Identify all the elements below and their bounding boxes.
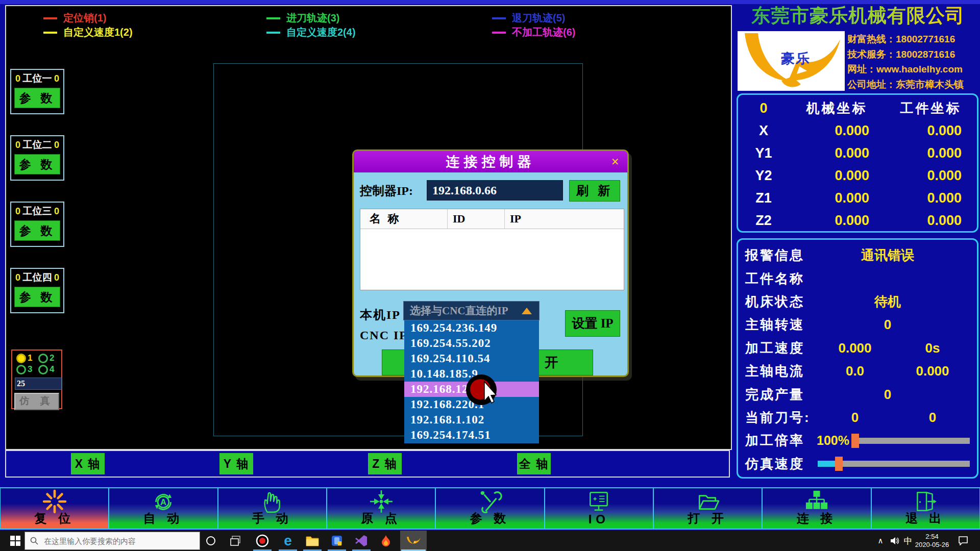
coord-row-z2: Z2 0.000 0.000 <box>738 209 977 232</box>
cnc-app-window: 定位销(1) 进刀轨迹(3) 退刀轨迹(5) 自定义速度1(2) 自定义速度2(… <box>0 0 980 551</box>
y-axis-button[interactable]: Y 轴 <box>219 453 253 474</box>
radio-dot <box>16 354 26 363</box>
radio-option-1[interactable]: 1 <box>16 353 36 363</box>
machine-state-row: 机床状态 待机 <box>738 290 977 313</box>
tray-expand-chevron-icon[interactable]: ∧ <box>874 531 887 551</box>
volume-icon[interactable] <box>888 531 902 551</box>
simulate-button[interactable]: 仿 真 <box>14 393 59 410</box>
all-axis-button[interactable]: 全 轴 <box>517 453 551 474</box>
x-axis-button[interactable]: X 轴 <box>71 453 105 474</box>
ip-option[interactable]: 169.254.55.202 <box>404 336 539 351</box>
connect-button[interactable]: 连 接 <box>762 487 871 530</box>
legend-label: 自定义速度1(2) <box>63 26 133 39</box>
exit-button[interactable]: 退 出 <box>871 487 980 530</box>
station-params-button[interactable]: 参 数 <box>14 287 60 307</box>
legend-item: 进刀轨迹(3) <box>266 11 339 25</box>
sim-speed-row: 仿真速度 <box>738 453 977 475</box>
ip-option[interactable]: 169.254.110.54 <box>404 351 539 366</box>
radio-option-2[interactable]: 2 <box>38 353 58 363</box>
close-icon[interactable]: × <box>611 154 619 170</box>
legend-swatch <box>43 17 57 19</box>
open-button[interactable]: 打 开 <box>653 487 762 530</box>
finished-count-row: 完成产量 0 <box>738 383 977 406</box>
spindle-speed-row: 主轴转速 0 <box>738 313 977 336</box>
contact-line: 财富热线：18002771616 <box>847 32 979 47</box>
notification-center-icon[interactable] <box>955 531 971 551</box>
simulation-panel: 1 2 3 4 仿 真 <box>11 349 62 409</box>
station-panel-2: 0 工位二 0 参 数 <box>10 135 64 181</box>
origin-button[interactable]: 原 点 <box>327 487 435 530</box>
radio-dot <box>38 365 48 374</box>
params-button[interactable]: 参 数 <box>435 487 544 530</box>
file-explorer-icon[interactable] <box>303 531 322 551</box>
z-axis-button[interactable]: Z 轴 <box>368 453 402 474</box>
sim-speed-slider-thumb[interactable] <box>835 457 843 471</box>
auto-icon: A <box>109 489 217 514</box>
feed-override-slider-thumb[interactable] <box>851 434 859 448</box>
station-panel-3: 0 工位三 0 参 数 <box>10 202 64 247</box>
taskbar-search[interactable] <box>24 532 200 550</box>
station-params-button[interactable]: 参 数 <box>14 154 60 174</box>
main-toolbar: 复 位 A 自 动 手 动 原 <box>0 487 980 530</box>
feed-override-value: 100% <box>817 433 851 448</box>
simulation-count-input[interactable] <box>15 378 62 390</box>
coord-row-z1: Z1 0.000 0.000 <box>738 187 977 209</box>
axis-bar: X 轴 Y 轴 Z 轴 全 轴 <box>5 450 730 478</box>
ip-option[interactable]: 169.254.174.51 <box>404 428 539 443</box>
your-phone-app-icon[interactable] <box>328 531 346 551</box>
sim-speed-filled-track <box>818 461 835 467</box>
ip-option[interactable]: 169.254.236.149 <box>404 320 539 336</box>
local-ip-combobox[interactable]: 选择与CNC直连的IP <box>403 301 540 320</box>
ip-option[interactable]: 192.168.1.102 <box>404 412 539 428</box>
controller-ip-input[interactable] <box>427 180 563 201</box>
haole-cnc-app-icon[interactable] <box>402 531 425 551</box>
start-button[interactable] <box>7 531 23 551</box>
auto-button[interactable]: A 自 动 <box>109 487 217 530</box>
visual-studio-icon[interactable] <box>352 531 371 551</box>
radio-option-4[interactable]: 4 <box>38 364 58 374</box>
clock-date: 2020-05-26 <box>912 541 952 549</box>
legend-swatch <box>492 32 506 34</box>
station-params-button[interactable]: 参 数 <box>14 88 60 108</box>
refresh-button[interactable]: 刷 新 <box>569 180 620 202</box>
reset-button[interactable]: 复 位 <box>0 487 109 530</box>
station-name: 工位四 <box>23 271 52 284</box>
search-input[interactable] <box>43 536 188 546</box>
reset-icon <box>1 489 108 514</box>
machine-state-value: 待机 <box>822 293 977 311</box>
status-panel: 报警信息 通讯错误 工件名称 机床状态 待机 主轴转速 0 加工速度 0.000… <box>737 238 978 479</box>
current-tool-row: 当前刀号: 0 0 <box>738 406 977 429</box>
cortana-icon[interactable] <box>203 531 218 551</box>
edge-browser-icon[interactable]: e <box>279 531 297 551</box>
legend-item: 定位销(1) <box>43 11 106 25</box>
flame-app-icon[interactable] <box>377 531 395 551</box>
svg-text:A: A <box>160 497 166 507</box>
contact-line: 技术服务：18002871616 <box>847 47 979 62</box>
sim-speed-slider-track[interactable] <box>843 461 970 467</box>
col-name: 名 称 <box>360 211 447 227</box>
manual-button[interactable]: 手 动 <box>218 487 327 530</box>
cnc-ip-label: CNC IP <box>360 329 408 342</box>
io-button[interactable]: IO <box>545 487 653 530</box>
controller-ip-label: 控制器IP: <box>360 183 413 199</box>
legend-item: 退刀轨迹(5) <box>492 11 565 25</box>
origin-icon <box>327 489 435 514</box>
taskbar-clock[interactable]: 2:54 2020-05-26 <box>912 533 952 549</box>
legend-item: 自定义速度2(4) <box>266 26 356 39</box>
combobox-placeholder: 选择与CNC直连的IP <box>410 305 508 317</box>
legend-swatch <box>43 32 57 34</box>
chevron-up-icon <box>522 308 532 314</box>
set-ip-button[interactable]: 设置 IP <box>565 310 620 337</box>
feed-override-slider-track[interactable] <box>859 438 970 444</box>
feed-override-row: 加工倍率 100% <box>738 429 977 452</box>
task-view-icon[interactable] <box>228 531 243 551</box>
legend-swatch <box>266 17 280 19</box>
station-count: 0 <box>54 73 59 84</box>
radio-option-3[interactable]: 3 <box>16 364 36 374</box>
station-count: 0 <box>15 73 20 84</box>
feed-rate-row: 加工速度 0.000 0s <box>738 337 977 360</box>
workpiece-row: 工件名称 <box>738 267 977 290</box>
station-params-button[interactable]: 参 数 <box>14 220 60 241</box>
station-name: 工位三 <box>23 205 52 218</box>
recorder-app-icon[interactable] <box>253 531 272 551</box>
